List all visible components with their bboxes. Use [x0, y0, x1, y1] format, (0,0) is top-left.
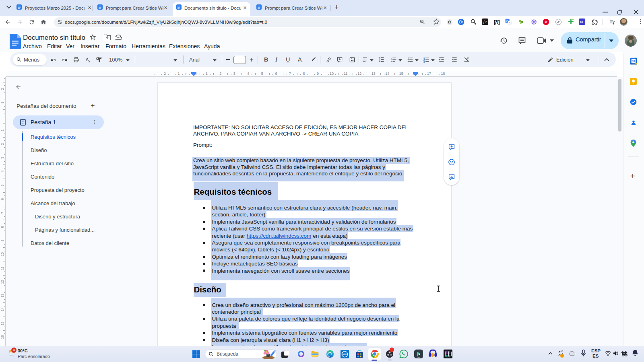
svg-text:A: A — [509, 22, 510, 24]
svg-text:co: co — [580, 21, 583, 23]
svg-text:P: P — [545, 20, 547, 24]
svg-text:DELL: DELL — [342, 353, 348, 356]
svg-text:?: ? — [485, 20, 487, 24]
svg-text:3: 3 — [423, 61, 425, 63]
svg-text:31: 31 — [632, 60, 635, 63]
